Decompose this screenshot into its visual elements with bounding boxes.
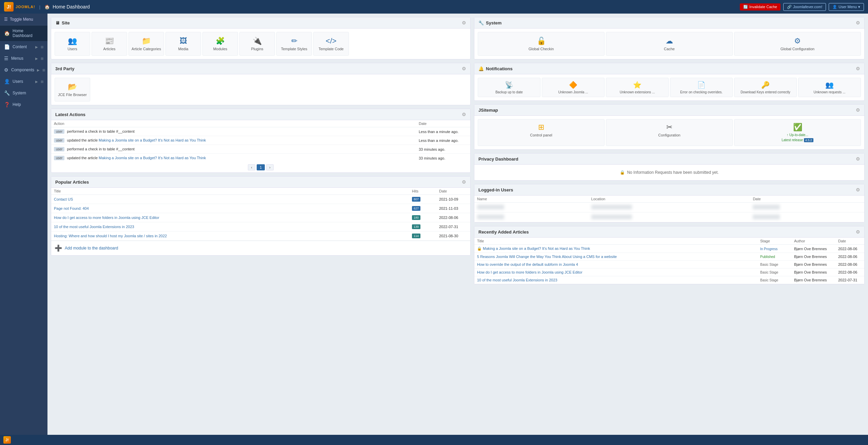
sidebar-item-content[interactable]: 📄 Content ▶ ⊞	[0, 41, 47, 53]
tile-template-code[interactable]: </> Template Code	[313, 32, 349, 56]
refresh-icon: 🔄	[743, 5, 748, 9]
system-panel: 🔧 System ⚙ 🔓 Global Checkin ☁	[474, 17, 865, 59]
article-link[interactable]: 10 of the most useful Joomla Extensions …	[477, 278, 557, 282]
articles-table: Title Hits Date Contact US 807 2021-10-0…	[51, 188, 470, 241]
wrench-icon: 🔧	[478, 20, 484, 25]
sidebar-item-system[interactable]: 🔧 System	[0, 87, 47, 99]
third-party-panel: 3rd Party ⚙ 📂 JCE File Browser	[51, 63, 471, 105]
system-panel-header: 🔧 System ⚙	[474, 17, 864, 29]
tile-article-categories[interactable]: 📁 Article Categories	[129, 32, 164, 56]
privacy-panel-gear[interactable]: ⚙	[856, 156, 860, 162]
tile-global-configuration[interactable]: ⚙ Global Configuration	[734, 32, 861, 56]
tile-media[interactable]: 🖼 Media	[165, 32, 201, 56]
action-cell: user updated the article Making a Joomla…	[51, 136, 416, 145]
site-panel-title: 🖥 Site	[55, 20, 70, 25]
sidebar-item-users[interactable]: 👤 Users ▶ ⊞	[0, 76, 47, 87]
recently-added-panel-body: Title Stage Author Date 🔒 Making a Jooml…	[474, 238, 864, 284]
template-code-tile-icon: </>	[326, 37, 337, 45]
stage-col-header: Stage	[757, 238, 791, 245]
tile-articles[interactable]: 📰 Articles	[92, 32, 127, 56]
system-panel-gear[interactable]: ⚙	[856, 20, 860, 25]
notif-unknown-joomla[interactable]: 🔶 Unknown Joomla ...	[542, 78, 605, 97]
privacy-panel-title: Privacy Dashboard	[478, 156, 518, 162]
article-link[interactable]: Making a Joomla site on a Budget? It's N…	[99, 156, 206, 160]
article-link[interactable]: Page not Found: 404	[54, 206, 89, 210]
popular-articles-panel-header: Popular Articles ⚙	[51, 177, 470, 188]
article-link[interactable]: How to override the output of the defaul…	[477, 262, 578, 266]
tile-up-to-date[interactable]: ✅ ↑ Up-to-date... Latest release 4.5.2	[734, 119, 861, 146]
notifications-panel-gear[interactable]: ⚙	[856, 66, 860, 71]
joomla-forever-button[interactable]: 🔗 Joomlafever.com!	[783, 3, 826, 11]
article-link[interactable]: 5 Reasons Joomla Will Change the Way You…	[477, 255, 617, 259]
tile-control-panel[interactable]: ⊞ Control panel	[478, 119, 605, 146]
monitor-icon: 🖥	[55, 20, 60, 25]
tile-modules[interactable]: 🧩 Modules	[202, 32, 238, 56]
jsitemap-panel-gear[interactable]: ⚙	[856, 107, 860, 113]
article-link[interactable]: Hosting: Where and how should I host my …	[54, 234, 167, 238]
site-panel-body: 👥 Users 📰 Articles 📁 Article Categories	[51, 29, 470, 59]
blurred-user-name	[477, 205, 504, 209]
unknown-joomla-icon: 🔶	[569, 81, 577, 89]
date-col-header: Date	[436, 188, 470, 195]
prev-page-button[interactable]: ‹	[248, 164, 255, 170]
topbar-right: 🔄 Invalidate Cache 🔗 Joomlafever.com! 👤 …	[740, 3, 864, 11]
right-column: 🔧 System ⚙ 🔓 Global Checkin ☁	[474, 17, 865, 431]
tile-global-checkin[interactable]: 🔓 Global Checkin	[478, 32, 605, 56]
tile-jce-file-browser[interactable]: 📂 JCE File Browser	[55, 78, 90, 101]
popular-articles-panel-gear[interactable]: ⚙	[462, 179, 466, 185]
logged-in-users-panel-title: Logged-in Users	[478, 187, 513, 192]
article-link[interactable]: How do I get access to more folders in J…	[54, 216, 159, 220]
author-cell: Bjørn Ove Bremnes	[791, 253, 835, 261]
logged-in-users-panel: Logged-in Users ⚙ Name Location Date	[474, 184, 865, 223]
table-row: Contact US 807 2021-10-09	[51, 195, 470, 204]
invalidate-cache-button[interactable]: 🔄 Invalidate Cache	[740, 3, 781, 11]
article-link[interactable]: How do I get access to more folders in J…	[477, 270, 583, 274]
article-link[interactable]: 10 of the most useful Joomla Extensions …	[54, 225, 134, 229]
article-link[interactable]: Contact US	[54, 197, 73, 201]
sidebar-item-home-dashboard[interactable]: 🏠 Home Dashboard	[0, 25, 47, 41]
action-cell: user updated the article Making a Joomla…	[51, 154, 416, 163]
popular-articles-panel: Popular Articles ⚙ Title Hits Date	[51, 176, 471, 256]
table-row: user updated the article Making a Joomla…	[51, 136, 470, 145]
author-cell: Bjørn Ove Bremnes	[791, 245, 835, 253]
notif-unknown-extensions[interactable]: ⭐ Unknown extensions ...	[606, 78, 669, 97]
date-col-header: Date	[416, 120, 470, 127]
sidebar-item-help[interactable]: ❓ Help	[0, 99, 47, 110]
actions-table: Action Date user performed a check in to…	[51, 120, 470, 162]
article-link[interactable]: Making a Joomla site on a Budget? It's N…	[483, 246, 590, 251]
sidebar-item-components[interactable]: ⚙ Components ▶ ⊞	[0, 64, 47, 76]
next-page-button[interactable]: ›	[266, 164, 274, 170]
tile-template-styles[interactable]: ✏ Template Styles	[276, 32, 312, 56]
user-menu-button[interactable]: 👤 User Menu ▾	[829, 3, 864, 11]
add-module-button[interactable]: ➕ Add module to the dashboard	[51, 241, 470, 255]
tile-configuration[interactable]: ✂ Configuration	[606, 119, 733, 146]
logo-text: JOOMLA!	[16, 5, 35, 9]
lock-icon: 🔒	[620, 170, 625, 175]
tile-cache[interactable]: ☁ Cache	[606, 32, 733, 56]
notif-error-checking-overrides[interactable]: 📄 Error on checking overrides.	[670, 78, 733, 97]
latest-actions-panel-gear[interactable]: ⚙	[462, 112, 466, 117]
third-party-panel-gear[interactable]: ⚙	[462, 66, 466, 71]
tile-plugins[interactable]: 🔌 Plugins	[239, 32, 275, 56]
table-row	[474, 212, 864, 222]
recently-added-panel-header: Recently Added Articles ⚙	[474, 226, 864, 238]
recently-added-panel-title: Recently Added Articles	[478, 229, 529, 235]
article-link[interactable]: Making a Joomla site on a Budget? It's N…	[99, 138, 206, 142]
sidebar-item-menus[interactable]: ☰ Menus ▶ ⊞	[0, 53, 47, 64]
date-cell: 2022-07-31	[436, 222, 470, 231]
logged-in-users-panel-gear[interactable]: ⚙	[856, 187, 860, 192]
bell-icon: 🔔	[478, 66, 484, 71]
author-cell: Bjørn Ove Bremnes	[791, 276, 835, 284]
topbar: J! JOOMLA! | 🏠 Home Dashboard 🔄 Invalida…	[0, 0, 868, 14]
toggle-menu-button[interactable]: ☰ Toggle Menu	[0, 14, 47, 25]
privacy-message: 🔒 No Information Requests have been subm…	[474, 165, 864, 180]
notif-backup-up-to-date[interactable]: 📡 Backup up to date	[478, 78, 540, 97]
site-panel-gear[interactable]: ⚙	[462, 20, 466, 25]
tile-users[interactable]: 👥 Users	[55, 32, 90, 56]
notif-unknown-requests[interactable]: 👥 Unknown requests ...	[798, 78, 861, 97]
template-styles-tile-icon: ✏	[291, 37, 297, 45]
date-cell: 33 minutes ago.	[416, 154, 470, 163]
recently-added-panel-gear[interactable]: ⚙	[856, 229, 860, 235]
notif-download-keys[interactable]: 🔑 Download Keys entered correctly	[734, 78, 797, 97]
page-1-button[interactable]: 1	[257, 164, 265, 170]
